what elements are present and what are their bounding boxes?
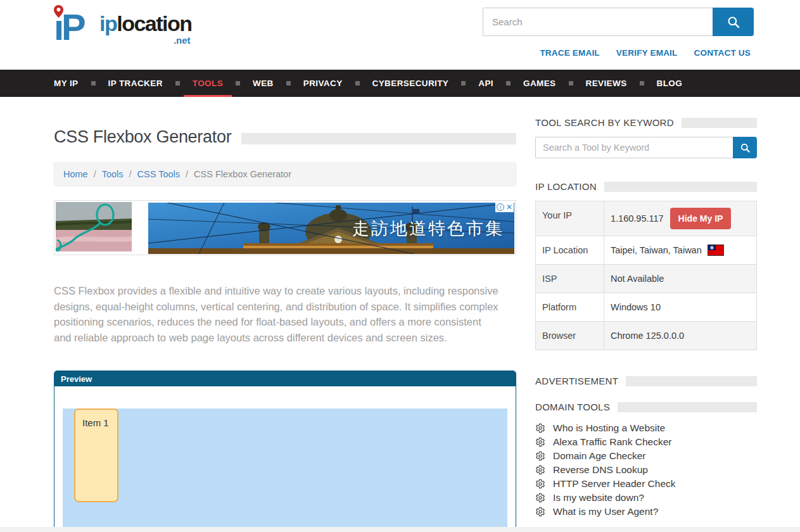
nav-item-reviews[interactable]: REVIEWS — [577, 70, 636, 97]
content-area: CSS Flexbox Generator Home / Tools / CSS… — [54, 97, 757, 532]
flex-preview-item[interactable]: Item 1 — [74, 408, 118, 502]
domain-tool-reverse-dns[interactable]: Reverse DNS Lookup — [535, 463, 757, 477]
preview-panel-body: Item 1 — [54, 386, 516, 532]
breadcrumb-home[interactable]: Home — [63, 169, 88, 179]
tool-search-button[interactable] — [733, 137, 757, 158]
domain-tool-alexa-rank[interactable]: Alexa Traffic Rank Checker — [535, 435, 757, 449]
map-pin-icon — [54, 5, 63, 18]
nav-item-tools[interactable]: TOOLS — [184, 70, 232, 97]
nav-separator — [569, 81, 573, 86]
domain-tool-domain-age[interactable]: Domain Age Checker — [535, 449, 757, 463]
sidebar: TOOL SEARCH BY KEYWORD IP LOCATION Your … — [535, 97, 757, 532]
logo-word-location: location — [117, 11, 191, 35]
domain-tool-http-header[interactable]: HTTP Server Header Check — [535, 477, 757, 491]
tool-search-input[interactable] — [535, 137, 733, 158]
table-row-platform: Platform Windows 10 — [536, 293, 756, 322]
browser-value: Chrome 125.0.0.0 — [611, 331, 684, 341]
title-decoration-bar — [241, 133, 516, 144]
advertisement-heading: ADVERTISEMENT — [535, 376, 618, 386]
ad-corner-controls: i ✕ — [495, 202, 514, 212]
logo-wordmark: iplocation .net — [99, 13, 192, 45]
verify-email-link[interactable]: VERIFY EMAIL — [616, 48, 678, 58]
advertisement-heading-row: ADVERTISEMENT — [535, 376, 757, 386]
site-search-input[interactable] — [483, 8, 713, 36]
header-links: TRACE EMAIL VERIFY EMAIL CONTACT US — [540, 48, 751, 58]
gear-icon — [535, 507, 545, 517]
table-row-browser: Browser Chrome 125.0.0.0 — [536, 322, 756, 350]
ip-info-table: Your IP 1.160.95.117 Hide My IP IP Locat… — [535, 201, 757, 350]
nav-item-web[interactable]: WEB — [244, 70, 283, 97]
table-row-your-ip: Your IP 1.160.95.117 Hide My IP — [536, 201, 756, 236]
ip-location-heading: IP LOCATION — [535, 181, 597, 192]
breadcrumb-current: CSS Flexbox Generator — [194, 169, 291, 179]
nav-item-cybersecurity[interactable]: CYBERSECURITY — [364, 70, 458, 97]
gear-icon — [535, 493, 545, 503]
isp-value: Not Available — [611, 274, 664, 284]
site-search — [483, 8, 754, 36]
main-nav-list: MY IP IP TRACKER TOOLS WEB PRIVACY CYBER… — [54, 70, 800, 97]
breadcrumb-css-tools[interactable]: CSS Tools — [137, 169, 180, 179]
nav-separator — [355, 81, 360, 86]
page-title: CSS Flexbox Generator — [54, 127, 231, 147]
gear-icon — [535, 451, 545, 461]
main-nav: MY IP IP TRACKER TOOLS WEB PRIVACY CYBER… — [0, 70, 800, 97]
domain-tool-website-down[interactable]: Is my website down? — [535, 491, 757, 505]
contact-us-link[interactable]: CONTACT US — [694, 48, 751, 58]
ip-address-value: 1.160.95.117 — [611, 213, 664, 224]
gear-icon — [535, 437, 545, 447]
nav-item-blog[interactable]: BLOG — [648, 70, 692, 97]
site-header: ıP iplocation .net TRACE EMAIL VERIFY EM… — [0, 0, 800, 70]
breadcrumb: Home / Tools / CSS Tools / CSS Flexbox G… — [54, 162, 516, 186]
nav-separator — [640, 81, 644, 86]
domain-tools-heading-row: DOMAIN TOOLS — [535, 402, 757, 412]
domain-tools-heading: DOMAIN TOOLS — [535, 402, 610, 412]
nav-separator — [506, 81, 511, 86]
ip-location-heading-row: IP LOCATION — [535, 181, 757, 192]
breadcrumb-separator: / — [94, 169, 96, 179]
gear-icon — [535, 423, 545, 433]
nav-separator — [91, 81, 96, 86]
heading-decoration-bar — [682, 118, 757, 128]
nav-separator — [236, 81, 240, 86]
flex-preview-container: Item 1 — [63, 408, 507, 532]
nav-item-my-ip[interactable]: MY IP — [54, 70, 87, 97]
nav-item-ip-tracker[interactable]: IP TRACKER — [99, 70, 172, 97]
tool-search-heading: TOOL SEARCH BY KEYWORD — [535, 117, 674, 128]
nav-separator — [461, 81, 466, 86]
ad-banner[interactable]: 走訪地道特色市集 i ✕ — [54, 200, 516, 255]
ad-image-left — [56, 202, 132, 251]
search-icon — [740, 142, 751, 153]
site-logo[interactable]: ıP iplocation .net — [54, 6, 192, 48]
trace-email-link[interactable]: TRACE EMAIL — [540, 48, 599, 58]
main-column: CSS Flexbox Generator Home / Tools / CSS… — [54, 97, 516, 532]
search-icon — [727, 15, 740, 29]
gear-icon — [535, 479, 545, 489]
logo-mark: ıP — [54, 6, 96, 48]
taiwan-flag-icon — [708, 245, 723, 255]
nav-item-api[interactable]: API — [469, 70, 502, 97]
domain-tools-list: Who is Hosting a Website Alexa Traffic R… — [535, 421, 757, 519]
hide-my-ip-button[interactable]: Hide My IP — [670, 208, 732, 229]
tool-search-heading-row: TOOL SEARCH BY KEYWORD — [535, 117, 757, 128]
breadcrumb-separator: / — [129, 169, 132, 179]
logo-tld: .net — [99, 35, 192, 45]
nav-item-privacy[interactable]: PRIVACY — [295, 70, 352, 97]
domain-tool-user-agent[interactable]: What is my User Agent? — [535, 505, 757, 519]
site-search-button[interactable] — [713, 8, 754, 36]
nav-separator — [175, 81, 180, 86]
heading-decoration-bar — [618, 402, 757, 412]
ip-location-value: Taipei, Taiwan, Taiwan — [611, 245, 702, 255]
table-row-ip-location: IP Location Taipei, Taiwan, Taiwan — [536, 236, 756, 265]
heading-decoration-bar — [604, 182, 757, 192]
adchoices-icon[interactable]: i — [497, 203, 504, 211]
tool-search — [535, 137, 757, 158]
nav-separator — [286, 81, 291, 86]
gear-icon — [535, 465, 545, 475]
nav-item-games[interactable]: GAMES — [514, 70, 565, 97]
logo-word-ip: ip — [99, 11, 117, 35]
ad-image-right: 走訪地道特色市集 — [148, 203, 514, 254]
breadcrumb-tools[interactable]: Tools — [102, 169, 124, 179]
ad-close-icon[interactable]: ✕ — [506, 203, 512, 211]
domain-tool-hosting[interactable]: Who is Hosting a Website — [535, 421, 757, 435]
tool-description: CSS Flexbox provides a flexible and intu… — [54, 283, 501, 345]
